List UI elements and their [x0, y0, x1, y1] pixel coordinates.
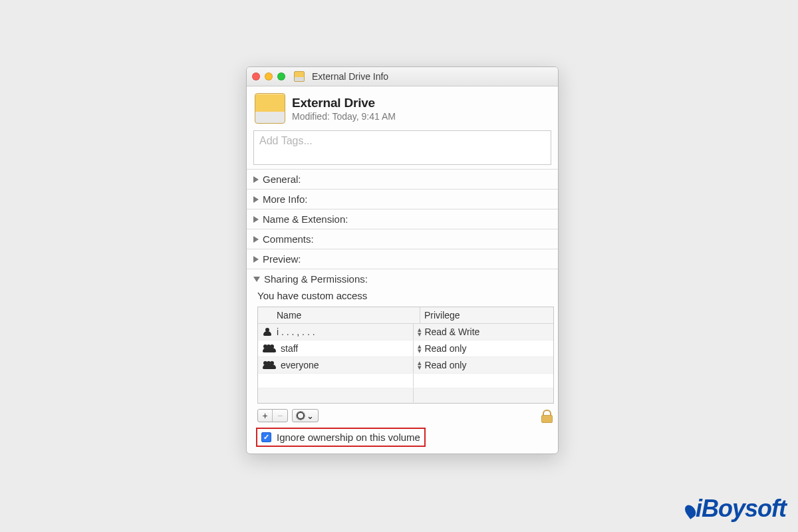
perm-privilege[interactable]: Read & Write: [424, 327, 479, 337]
info-window: External Drive Info External Drive Modif…: [246, 66, 559, 454]
group-icon: [263, 344, 277, 352]
section-more-info[interactable]: More Info:: [247, 189, 558, 209]
drive-name: External Drive: [292, 96, 396, 110]
permissions-table: Name Privilege i . . . , . . . ▴▾ Read &…: [257, 307, 554, 404]
chevron-right-icon: [253, 256, 259, 263]
table-row: [258, 388, 553, 403]
chevron-right-icon: [253, 236, 259, 243]
perm-privilege[interactable]: Read only: [424, 343, 466, 354]
drive-icon-large: [255, 93, 285, 124]
section-label: Comments:: [263, 233, 314, 245]
add-remove-segment: + −: [257, 409, 288, 422]
section-general[interactable]: General:: [247, 169, 558, 189]
stepper-icon[interactable]: ▴▾: [418, 360, 422, 370]
ignore-ownership-row[interactable]: ✓ Ignore ownership on this volume: [256, 428, 426, 447]
section-label: Name & Extension:: [263, 213, 348, 225]
chevron-right-icon: [253, 176, 259, 183]
zoom-icon[interactable]: [277, 72, 285, 80]
action-menu-button[interactable]: ⌄: [292, 409, 319, 422]
gear-icon: [297, 412, 305, 420]
titlebar[interactable]: External Drive Info: [247, 67, 558, 86]
perm-name: staff: [281, 343, 298, 354]
close-icon[interactable]: [252, 72, 260, 80]
window-title: External Drive Info: [312, 71, 388, 82]
table-row[interactable]: everyone ▴▾ Read only: [258, 357, 553, 374]
column-name: Name: [258, 307, 420, 323]
table-row: [258, 374, 553, 388]
perm-name: i . . . , . . .: [277, 327, 315, 337]
chevron-down-icon: ⌄: [307, 411, 314, 421]
watermark: iBoysoft: [685, 495, 786, 523]
ignore-ownership-label: Ignore ownership on this volume: [277, 432, 420, 443]
access-note: You have custom access: [257, 290, 554, 301]
ignore-ownership-checkbox[interactable]: ✓: [261, 432, 271, 442]
section-label: Preview:: [263, 253, 301, 265]
sharing-body: You have custom access Name Privilege i …: [247, 285, 558, 405]
section-preview[interactable]: Preview:: [247, 249, 558, 269]
modified-label: Modified:: [292, 111, 330, 122]
section-comments[interactable]: Comments:: [247, 229, 558, 249]
add-button[interactable]: +: [258, 410, 273, 422]
user-icon: [263, 328, 273, 336]
section-label: More Info:: [263, 194, 308, 205]
group-icon: [263, 361, 277, 369]
section-sharing[interactable]: Sharing & Permissions:: [247, 269, 558, 285]
chevron-down-icon: [253, 277, 260, 282]
perm-privilege[interactable]: Read only: [424, 360, 466, 370]
section-label: General:: [263, 174, 301, 185]
chevron-right-icon: [253, 216, 259, 223]
table-row[interactable]: i . . . , . . . ▴▾ Read & Write: [258, 324, 553, 340]
info-header: External Drive Modified: Today, 9:41 AM: [247, 86, 558, 128]
permissions-toolbar: + − ⌄: [247, 405, 558, 424]
lock-icon[interactable]: [541, 410, 551, 422]
section-label: Sharing & Permissions:: [264, 273, 368, 285]
minimize-icon[interactable]: [265, 72, 273, 80]
modified-line: Modified: Today, 9:41 AM: [292, 111, 396, 122]
remove-button[interactable]: −: [273, 410, 287, 422]
perm-name: everyone: [281, 360, 319, 370]
column-privilege: Privilege: [420, 307, 553, 323]
drive-icon: [294, 71, 305, 82]
chevron-right-icon: [253, 196, 259, 203]
stepper-icon[interactable]: ▴▾: [418, 344, 422, 353]
table-row[interactable]: staff ▴▾ Read only: [258, 340, 553, 357]
modified-value: Today, 9:41 AM: [332, 111, 395, 122]
table-header: Name Privilege: [258, 307, 553, 324]
section-name-extension[interactable]: Name & Extension:: [247, 209, 558, 229]
stepper-icon[interactable]: ▴▾: [418, 327, 422, 336]
tags-field[interactable]: Add Tags...: [253, 130, 551, 165]
